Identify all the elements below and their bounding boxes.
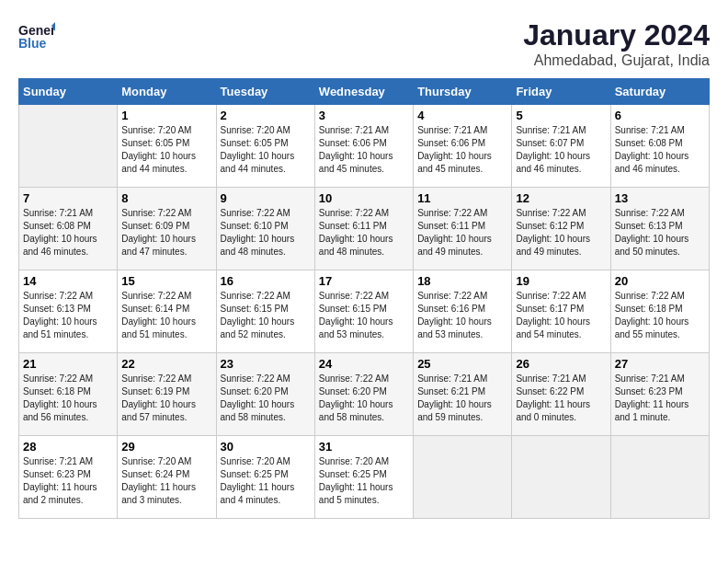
day-number: 18	[417, 274, 507, 288]
calendar-cell: 6Sunrise: 7:21 AMSunset: 6:08 PMDaylight…	[610, 105, 709, 188]
day-number: 23	[221, 357, 311, 371]
day-info: Sunrise: 7:21 AMSunset: 6:22 PMDaylight:…	[516, 373, 606, 424]
day-number: 21	[23, 357, 113, 371]
calendar-cell: 7Sunrise: 7:21 AMSunset: 6:08 PMDaylight…	[19, 188, 118, 270]
day-number: 1	[121, 109, 211, 122]
calendar-cell: 2Sunrise: 7:20 AMSunset: 6:05 PMDaylight…	[216, 105, 314, 188]
day-number: 14	[23, 274, 113, 288]
day-number: 20	[615, 274, 705, 288]
month-year: January 2024	[523, 18, 710, 52]
calendar-cell: 23Sunrise: 7:22 AMSunset: 6:20 PMDayligh…	[216, 353, 314, 436]
calendar-cell: 11Sunrise: 7:22 AMSunset: 6:11 PMDayligh…	[414, 188, 512, 270]
calendar-cell: 10Sunrise: 7:22 AMSunset: 6:11 PMDayligh…	[314, 188, 413, 270]
day-number: 12	[516, 191, 606, 205]
day-info: Sunrise: 7:20 AMSunset: 6:05 PMDaylight:…	[221, 124, 311, 176]
day-info: Sunrise: 7:21 AMSunset: 6:06 PMDaylight:…	[417, 124, 507, 176]
day-number: 3	[319, 109, 409, 122]
day-info: Sunrise: 7:22 AMSunset: 6:18 PMDaylight:…	[615, 290, 705, 341]
calendar-cell: 17Sunrise: 7:22 AMSunset: 6:15 PMDayligh…	[314, 270, 413, 353]
calendar-week-3: 21Sunrise: 7:22 AMSunset: 6:18 PMDayligh…	[19, 353, 710, 436]
day-number: 15	[121, 274, 211, 288]
day-number: 7	[23, 191, 113, 205]
calendar-cell: 28Sunrise: 7:21 AMSunset: 6:23 PMDayligh…	[19, 436, 118, 519]
day-number: 11	[417, 191, 507, 205]
calendar-cell: 30Sunrise: 7:20 AMSunset: 6:25 PMDayligh…	[216, 436, 314, 519]
calendar-cell: 13Sunrise: 7:22 AMSunset: 6:13 PMDayligh…	[610, 188, 709, 270]
day-number: 17	[319, 274, 409, 288]
day-info: Sunrise: 7:21 AMSunset: 6:08 PMDaylight:…	[615, 124, 705, 176]
day-info: Sunrise: 7:22 AMSunset: 6:13 PMDaylight:…	[23, 290, 113, 341]
day-info: Sunrise: 7:22 AMSunset: 6:11 PMDaylight:…	[319, 207, 409, 259]
calendar-cell: 1Sunrise: 7:20 AMSunset: 6:05 PMDaylight…	[118, 105, 216, 188]
day-info: Sunrise: 7:22 AMSunset: 6:09 PMDaylight:…	[121, 207, 211, 259]
calendar-cell: 9Sunrise: 7:22 AMSunset: 6:10 PMDaylight…	[216, 188, 314, 270]
title-section: January 2024 Ahmedabad, Gujarat, India	[523, 18, 710, 69]
day-number: 19	[516, 274, 606, 288]
day-info: Sunrise: 7:22 AMSunset: 6:20 PMDaylight:…	[221, 373, 311, 424]
day-info: Sunrise: 7:20 AMSunset: 6:24 PMDaylight:…	[121, 455, 211, 507]
calendar-week-0: 1Sunrise: 7:20 AMSunset: 6:05 PMDaylight…	[19, 105, 710, 188]
calendar-cell	[610, 436, 709, 519]
day-number: 30	[221, 440, 311, 454]
calendar-cell	[512, 436, 610, 519]
day-number: 6	[615, 109, 705, 122]
location: Ahmedabad, Gujarat, India	[523, 52, 710, 69]
col-tuesday: Tuesday	[216, 79, 314, 105]
day-number: 16	[221, 274, 311, 288]
calendar-cell: 12Sunrise: 7:22 AMSunset: 6:12 PMDayligh…	[512, 188, 610, 270]
calendar-cell: 25Sunrise: 7:21 AMSunset: 6:21 PMDayligh…	[414, 353, 512, 436]
calendar-cell: 22Sunrise: 7:22 AMSunset: 6:19 PMDayligh…	[118, 353, 216, 436]
day-number: 4	[417, 109, 507, 122]
calendar-cell: 19Sunrise: 7:22 AMSunset: 6:17 PMDayligh…	[512, 270, 610, 353]
day-info: Sunrise: 7:20 AMSunset: 6:05 PMDaylight:…	[121, 124, 211, 176]
day-info: Sunrise: 7:21 AMSunset: 6:08 PMDaylight:…	[23, 207, 113, 259]
calendar-cell: 26Sunrise: 7:21 AMSunset: 6:22 PMDayligh…	[512, 353, 610, 436]
svg-text:Blue: Blue	[18, 36, 47, 51]
calendar-cell: 14Sunrise: 7:22 AMSunset: 6:13 PMDayligh…	[19, 270, 118, 353]
logo-icon: General Blue	[18, 18, 55, 55]
calendar-cell: 4Sunrise: 7:21 AMSunset: 6:06 PMDaylight…	[414, 105, 512, 188]
calendar-week-2: 14Sunrise: 7:22 AMSunset: 6:13 PMDayligh…	[19, 270, 710, 353]
day-number: 27	[615, 357, 705, 371]
day-info: Sunrise: 7:22 AMSunset: 6:15 PMDaylight:…	[319, 290, 409, 341]
calendar-cell: 8Sunrise: 7:22 AMSunset: 6:09 PMDaylight…	[118, 188, 216, 270]
calendar-cell: 16Sunrise: 7:22 AMSunset: 6:15 PMDayligh…	[216, 270, 314, 353]
calendar-cell	[19, 105, 118, 188]
col-wednesday: Wednesday	[314, 79, 413, 105]
day-info: Sunrise: 7:22 AMSunset: 6:17 PMDaylight:…	[516, 290, 606, 341]
calendar-cell: 29Sunrise: 7:20 AMSunset: 6:24 PMDayligh…	[118, 436, 216, 519]
day-info: Sunrise: 7:22 AMSunset: 6:10 PMDaylight:…	[221, 207, 311, 259]
calendar-table: Sunday Monday Tuesday Wednesday Thursday…	[18, 78, 710, 519]
day-number: 2	[221, 109, 311, 122]
header-row: Sunday Monday Tuesday Wednesday Thursday…	[19, 79, 710, 105]
day-info: Sunrise: 7:21 AMSunset: 6:23 PMDaylight:…	[615, 373, 705, 424]
calendar-week-1: 7Sunrise: 7:21 AMSunset: 6:08 PMDaylight…	[19, 188, 710, 270]
day-info: Sunrise: 7:21 AMSunset: 6:07 PMDaylight:…	[516, 124, 606, 176]
day-info: Sunrise: 7:21 AMSunset: 6:21 PMDaylight:…	[417, 373, 507, 424]
day-info: Sunrise: 7:22 AMSunset: 6:13 PMDaylight:…	[615, 207, 705, 259]
day-info: Sunrise: 7:20 AMSunset: 6:25 PMDaylight:…	[319, 455, 409, 507]
calendar-cell: 18Sunrise: 7:22 AMSunset: 6:16 PMDayligh…	[414, 270, 512, 353]
col-sunday: Sunday	[19, 79, 118, 105]
day-info: Sunrise: 7:22 AMSunset: 6:14 PMDaylight:…	[121, 290, 211, 341]
day-number: 31	[319, 440, 409, 454]
day-number: 22	[121, 357, 211, 371]
calendar-week-4: 28Sunrise: 7:21 AMSunset: 6:23 PMDayligh…	[19, 436, 710, 519]
calendar-cell: 15Sunrise: 7:22 AMSunset: 6:14 PMDayligh…	[118, 270, 216, 353]
day-number: 10	[319, 191, 409, 205]
calendar-cell: 24Sunrise: 7:22 AMSunset: 6:20 PMDayligh…	[314, 353, 413, 436]
col-thursday: Thursday	[414, 79, 512, 105]
day-number: 28	[23, 440, 113, 454]
calendar-cell: 5Sunrise: 7:21 AMSunset: 6:07 PMDaylight…	[512, 105, 610, 188]
day-number: 26	[516, 357, 606, 371]
day-number: 9	[221, 191, 311, 205]
calendar-cell: 20Sunrise: 7:22 AMSunset: 6:18 PMDayligh…	[610, 270, 709, 353]
day-info: Sunrise: 7:21 AMSunset: 6:23 PMDaylight:…	[23, 455, 113, 507]
day-info: Sunrise: 7:22 AMSunset: 6:15 PMDaylight:…	[221, 290, 311, 341]
day-info: Sunrise: 7:22 AMSunset: 6:20 PMDaylight:…	[319, 373, 409, 424]
day-number: 25	[417, 357, 507, 371]
day-number: 24	[319, 357, 409, 371]
calendar-cell	[414, 436, 512, 519]
calendar-cell: 21Sunrise: 7:22 AMSunset: 6:18 PMDayligh…	[19, 353, 118, 436]
day-info: Sunrise: 7:22 AMSunset: 6:18 PMDaylight:…	[23, 373, 113, 424]
